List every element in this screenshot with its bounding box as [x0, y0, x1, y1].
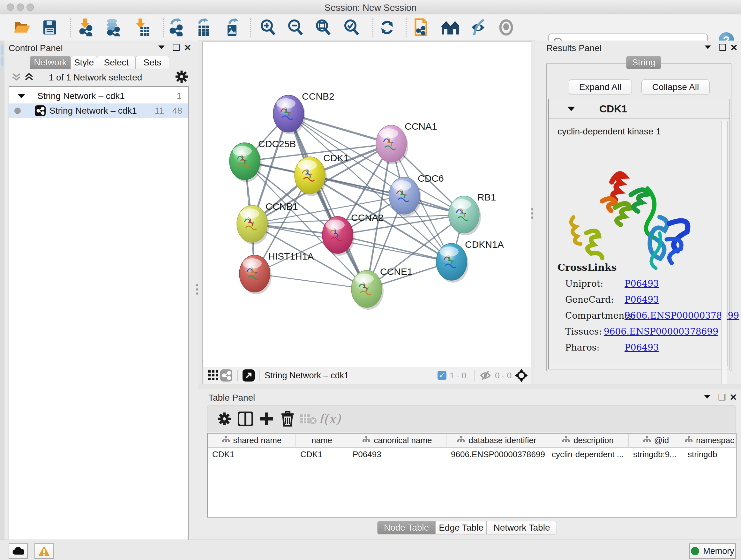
column-header--id[interactable]: @id	[629, 434, 683, 447]
collection-expander-icon[interactable]	[17, 94, 25, 98]
table-panel-close-icon[interactable]: ✕	[730, 392, 737, 402]
add-column-icon[interactable]	[256, 409, 277, 428]
export-image-icon[interactable]	[222, 18, 240, 37]
cloud-status-button[interactable]	[9, 543, 28, 559]
export-network-icon[interactable]	[167, 18, 185, 37]
tab-edge-table[interactable]: Edge Table	[435, 521, 487, 535]
tab-network[interactable]: Network	[30, 56, 71, 69]
network-edge-count: 48	[172, 106, 182, 116]
collapse-all-button[interactable]: Collapse All	[642, 79, 710, 95]
tab-node-table[interactable]: Node Table	[377, 521, 435, 535]
fit-content-crosshair-icon[interactable]	[515, 369, 528, 382]
table-cell[interactable]: P06493	[348, 449, 447, 459]
zoom-selected-icon[interactable]	[343, 18, 360, 37]
column-header-database-identifier[interactable]: database identifier	[447, 434, 547, 447]
collapse-all-networks-icon[interactable]	[11, 72, 21, 84]
network-view-title: String Network – cdk1	[265, 371, 349, 381]
warning-status-button[interactable]	[35, 543, 54, 559]
network-node-rb1[interactable]: RB1	[449, 192, 496, 235]
import-database-icon[interactable]	[104, 18, 122, 37]
network-node-cdkn1a[interactable]: CDKN1A	[436, 239, 504, 283]
results-panel-float-icon[interactable]	[704, 45, 712, 51]
open-in-window-icon[interactable]	[242, 369, 255, 382]
hierarchy-icon	[362, 435, 370, 445]
delete-table-icon[interactable]	[298, 409, 319, 428]
network-row[interactable]: String Network – cdk1 11 48	[9, 104, 188, 118]
selected-nodes-checkbox[interactable]: ✓	[437, 371, 447, 380]
left-splitter-handle[interactable]	[196, 284, 198, 295]
save-session-icon[interactable]	[41, 18, 59, 37]
zoom-fit-icon[interactable]	[314, 18, 332, 37]
column-header-shared-name[interactable]: shared name	[208, 434, 296, 447]
hidden-eye-slash-icon[interactable]	[479, 369, 492, 382]
crosslink-link[interactable]: 9606.ENSP00000378699	[604, 326, 718, 337]
table-cell[interactable]: stringdb	[683, 449, 736, 459]
table-cell[interactable]: cyclin-dependent ...	[547, 449, 629, 459]
right-splitter-handle[interactable]	[531, 208, 533, 219]
control-panel-float-icon[interactable]	[158, 45, 165, 51]
network-node-ccnb1[interactable]: CCNB1	[237, 201, 298, 245]
results-panel-close-icon[interactable]: ✕	[730, 43, 738, 53]
table-cell[interactable]: CDK1	[208, 449, 296, 459]
network-options-gear-icon[interactable]	[175, 70, 188, 84]
network-node-ccne1[interactable]: CCNE1	[351, 266, 413, 310]
delete-column-trash-icon[interactable]	[277, 409, 298, 428]
tab-sets[interactable]: Sets	[136, 56, 169, 69]
import-network-icon[interactable]	[77, 18, 94, 37]
table-panel-undock-icon[interactable]: ❑	[718, 392, 726, 402]
show-columns-icon[interactable]	[235, 409, 256, 428]
tab-style[interactable]: Style	[71, 56, 97, 69]
gene-expander-icon[interactable]	[567, 107, 575, 111]
function-builder-icon[interactable]: f(x)	[319, 409, 340, 428]
zoom-in-icon[interactable]	[259, 18, 277, 37]
window-title: Session: New Session	[0, 3, 741, 13]
network-node-cdk1[interactable]: CDK1	[294, 152, 349, 196]
network-node-hist1h1a[interactable]: HIST1H1A	[239, 251, 314, 294]
refresh-layout-icon[interactable]	[378, 18, 396, 37]
network-node-ccna2[interactable]: CCNA2	[322, 212, 384, 256]
open-session-icon[interactable]	[13, 18, 30, 37]
network-node-cdc6[interactable]: CDC6	[389, 173, 444, 216]
results-panel-undock-icon[interactable]: ❑	[719, 43, 726, 53]
network-overview-icon[interactable]	[220, 369, 232, 382]
column-header-canonical-name[interactable]: canonical name	[348, 434, 447, 447]
string-home-icon[interactable]	[441, 18, 459, 37]
table-row[interactable]: CDK1CDK1P064939606.ENSP00000378699cyclin…	[208, 448, 736, 461]
network-collection-row[interactable]: String Network – cdk1 1	[9, 89, 188, 104]
crosslink-link[interactable]: P06493	[624, 278, 659, 289]
control-panel-close-icon[interactable]: ✕	[184, 43, 191, 53]
crosslink-link[interactable]: P06493	[624, 342, 659, 353]
crosslink-row: Compartments:9606.ENSP00000378699	[565, 310, 718, 321]
control-panel-undock-icon[interactable]: ❑	[172, 43, 180, 53]
table-panel-divider[interactable]	[198, 384, 741, 389]
results-scrollbar[interactable]	[721, 121, 727, 389]
table-cell[interactable]: CDK1	[296, 449, 348, 459]
hide-unhide-icon[interactable]	[469, 18, 487, 37]
column-header-namespac[interactable]: namespac	[683, 434, 736, 447]
export-table-icon[interactable]	[194, 18, 212, 37]
crosslink-row: Tissues:9606.ENSP00000378699	[565, 326, 718, 337]
import-table-icon[interactable]	[133, 18, 151, 37]
zoom-out-icon[interactable]	[286, 18, 305, 37]
birdseye-grid-icon[interactable]	[207, 369, 220, 382]
crosslink-link[interactable]: P06493	[624, 294, 659, 305]
expand-all-networks-icon[interactable]	[24, 72, 34, 84]
tab-network-table[interactable]: Network Table	[487, 521, 557, 535]
table-cell[interactable]: stringdb:9...	[629, 449, 683, 459]
expand-all-button[interactable]: Expand All	[569, 79, 632, 95]
memory-button[interactable]: Memory	[689, 543, 736, 559]
node-label-ccna2: CCNA2	[351, 212, 384, 223]
table-panel-float-icon[interactable]	[703, 395, 711, 400]
eye-icon[interactable]	[497, 18, 515, 37]
node-label-ccnb1: CCNB1	[266, 201, 298, 212]
tab-string[interactable]: String	[626, 56, 661, 69]
column-header-description[interactable]: description	[547, 434, 629, 447]
network-snapshot-icon[interactable]	[412, 18, 430, 37]
table-cell[interactable]: 9606.ENSP00000378699	[447, 449, 547, 459]
network-canvas[interactable]: CCNB2CCNA1CDC25BCDK1CDC6RB1CCNB1CCNA2CDK…	[202, 42, 531, 367]
gene-section-header[interactable]: CDK1	[549, 99, 730, 119]
application-window: Session: New Session	[0, 0, 741, 560]
tab-select[interactable]: Select	[97, 56, 136, 69]
table-options-gear-icon[interactable]	[214, 409, 235, 428]
column-header-name[interactable]: name	[296, 434, 348, 447]
